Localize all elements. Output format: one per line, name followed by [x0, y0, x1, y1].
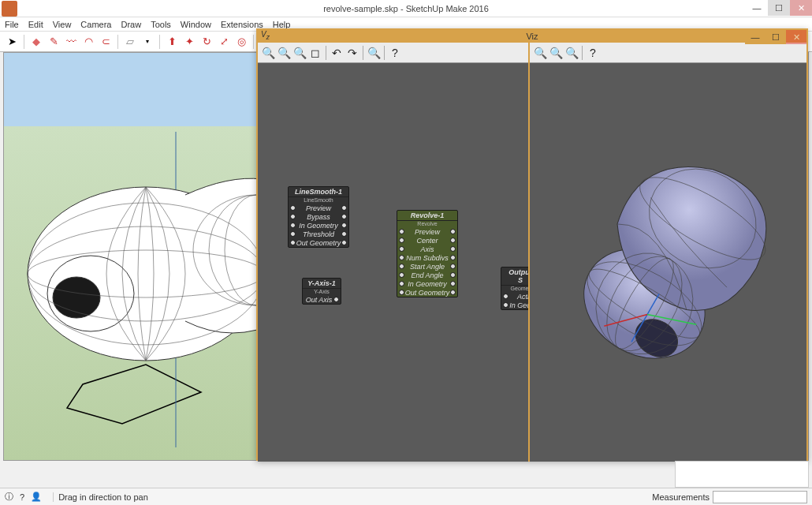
window-title: revolve-sample.skp - SketchUp Make 2016: [0, 4, 812, 13]
node-output[interactable]: Output S Geomet Acti In Geom: [501, 267, 528, 310]
undo-icon[interactable]: ↶: [330, 46, 344, 60]
port-label: Out Geometry: [404, 289, 450, 297]
port-icon[interactable]: [399, 264, 404, 269]
zoom-in-icon[interactable]: 🔍: [261, 46, 275, 60]
viz-window: Vz Viz — ☐ ✕ 🔍 🔍 🔍 ◻ ↶ ↷ 🔍 ?: [256, 28, 808, 461]
arc2-icon[interactable]: ⊂: [99, 35, 113, 49]
port-icon[interactable]: [450, 281, 456, 286]
port-icon[interactable]: [399, 255, 404, 260]
port-icon[interactable]: [450, 238, 456, 243]
port-label: Center: [404, 237, 450, 245]
maximize-button[interactable]: ☐: [768, 0, 790, 16]
pushpull-icon[interactable]: ⬆: [165, 35, 179, 49]
viz-close-button[interactable]: ✕: [786, 30, 806, 44]
node-subtitle: Revolve: [397, 221, 457, 227]
port-label: Preview: [404, 228, 450, 236]
menu-help[interactable]: Help: [273, 20, 291, 29]
rotate-icon[interactable]: ↻: [199, 35, 214, 49]
port-icon[interactable]: [399, 246, 404, 252]
zoom-in-icon[interactable]: 🔍: [533, 46, 547, 60]
port-icon[interactable]: [290, 231, 296, 237]
rectangle-icon[interactable]: ▱: [123, 35, 137, 49]
port-icon[interactable]: [399, 229, 404, 234]
port-icon[interactable]: [341, 223, 347, 228]
port-icon[interactable]: [290, 223, 296, 228]
port-icon[interactable]: [450, 290, 456, 295]
viz-title-text: Viz: [258, 32, 806, 41]
dropdown-icon[interactable]: ▾: [140, 35, 155, 49]
move-icon[interactable]: ✦: [182, 35, 196, 49]
eraser-icon[interactable]: ◆: [29, 35, 43, 49]
viz-titlebar[interactable]: Vz Viz — ☐ ✕: [258, 30, 806, 43]
node-revolve[interactable]: Revolve-1 Revolve Preview Center Axis Nu…: [397, 210, 458, 297]
port-icon[interactable]: [341, 231, 347, 237]
menu-view[interactable]: View: [53, 20, 72, 29]
viz-3d-preview[interactable]: [530, 63, 806, 462]
port-icon[interactable]: [290, 205, 296, 211]
zoom-out-icon[interactable]: 🔍: [549, 46, 563, 60]
port-icon[interactable]: [399, 238, 404, 243]
port-label: Threshold: [296, 230, 341, 238]
statusbar: ⓘ ? 👤 Drag in direction to pan Measureme…: [0, 488, 812, 505]
port-icon[interactable]: [341, 240, 347, 245]
port-icon[interactable]: [333, 297, 339, 302]
person-icon[interactable]: 👤: [31, 492, 42, 502]
zoom-sel-icon[interactable]: ◻: [308, 46, 322, 60]
port-icon[interactable]: [290, 240, 296, 245]
port-label: Out Geometry: [296, 239, 341, 247]
port-icon[interactable]: [341, 205, 347, 211]
node-title: Revolve-1: [397, 211, 457, 221]
port-icon[interactable]: [290, 214, 296, 219]
port-icon[interactable]: [450, 229, 456, 234]
measurements-input[interactable]: [713, 491, 807, 503]
viz-right-toolbar: 🔍 🔍 🔍 ?: [530, 43, 806, 63]
node-yaxis[interactable]: Y-Axis-1 Y-Axis Out Axis: [302, 278, 341, 305]
search-icon[interactable]: 🔍: [367, 46, 381, 60]
viz-preview-panel: 🔍 🔍 🔍 ?: [530, 43, 806, 462]
freehand-icon[interactable]: 〰: [64, 35, 78, 49]
help-icon[interactable]: ?: [586, 46, 600, 60]
menu-extensions[interactable]: Extensions: [221, 20, 263, 29]
port-icon[interactable]: [399, 281, 404, 286]
offset-icon[interactable]: ◎: [234, 35, 248, 49]
menu-file[interactable]: File: [5, 20, 19, 29]
port-label: Preview: [296, 204, 341, 212]
node-title: Output S: [501, 267, 528, 286]
zoom-out-icon[interactable]: 🔍: [277, 46, 291, 60]
port-icon[interactable]: [450, 272, 456, 278]
redo-icon[interactable]: ↷: [345, 46, 359, 60]
arc-icon[interactable]: ◠: [81, 35, 95, 49]
zoom-fit-icon[interactable]: 🔍: [292, 46, 307, 60]
info-circle-icon[interactable]: ?: [20, 492, 24, 502]
svg-point-3: [53, 277, 100, 318]
menu-window[interactable]: Window: [181, 20, 211, 29]
main-titlebar: revolve-sample.skp - SketchUp Make 2016 …: [0, 0, 812, 17]
menu-tools[interactable]: Tools: [151, 20, 171, 29]
port-label: Start Angle: [404, 263, 450, 271]
zoom-fit-icon[interactable]: 🔍: [564, 46, 579, 60]
port-icon[interactable]: [503, 294, 508, 299]
viz-maximize-button[interactable]: ☐: [765, 30, 786, 44]
scale-icon[interactable]: ⤢: [217, 35, 231, 49]
help-circle-icon[interactable]: ⓘ: [5, 491, 13, 503]
viz-node-canvas[interactable]: LineSmooth-1 LineSmooth Preview Bypass I…: [258, 63, 528, 462]
help-icon[interactable]: ?: [388, 46, 402, 60]
pencil-icon[interactable]: ✎: [47, 35, 61, 49]
menu-draw[interactable]: Draw: [121, 20, 141, 29]
port-icon[interactable]: [341, 214, 347, 219]
port-icon[interactable]: [399, 272, 404, 278]
menu-edit[interactable]: Edit: [28, 20, 43, 29]
menu-camera[interactable]: Camera: [80, 20, 111, 29]
port-icon[interactable]: [450, 264, 456, 269]
port-label: In Geometry: [404, 280, 450, 288]
port-icon[interactable]: [450, 255, 456, 260]
viz-minimize-button[interactable]: —: [745, 30, 765, 44]
port-icon[interactable]: [450, 246, 456, 252]
port-icon[interactable]: [503, 302, 508, 308]
minimize-button[interactable]: —: [746, 0, 768, 16]
port-icon[interactable]: [399, 290, 404, 295]
select-tool-icon[interactable]: ➤: [5, 35, 19, 49]
port-label: Axis: [404, 245, 450, 253]
node-linesmooth[interactable]: LineSmooth-1 LineSmooth Preview Bypass I…: [288, 186, 349, 248]
close-button[interactable]: ✕: [790, 0, 812, 16]
